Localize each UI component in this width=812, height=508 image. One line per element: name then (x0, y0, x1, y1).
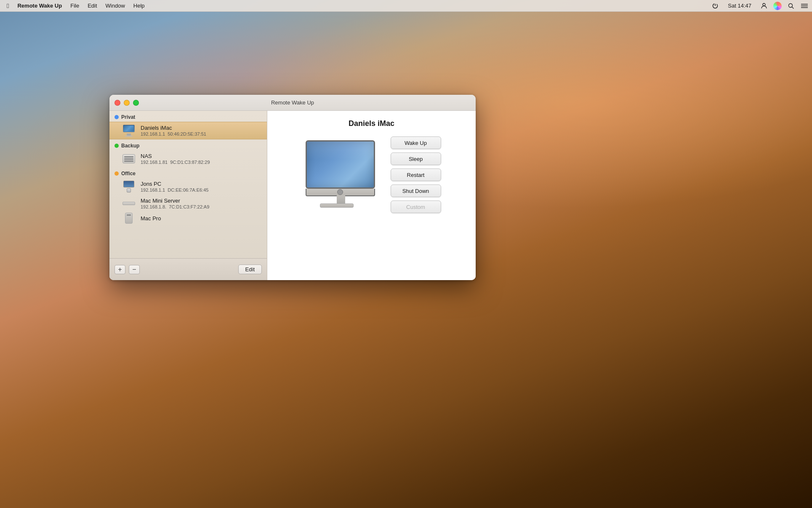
detail-device-name: Daniels iMac (349, 119, 394, 128)
daniels-imac-info: Daniels iMac 192.168.1.1 50:46:2D:5E:37:… (141, 125, 262, 136)
mac-pro-name: Mac Pro (141, 215, 262, 222)
office-dot (114, 171, 119, 176)
custom-button[interactable]: Custom (391, 201, 441, 213)
daniels-imac-name: Daniels iMac (141, 125, 262, 131)
close-button[interactable] (114, 100, 120, 106)
group-backup-label: Backup (121, 143, 139, 149)
privat-dot (114, 115, 119, 119)
nas-meta: 192.168.1.81 9C:D1:C3:87:82:29 (141, 160, 262, 165)
edit-button[interactable]: Edit (238, 265, 262, 274)
jons-pc-info: Jons PC 192.168.1.1 DC:EE:06:7A:E6:45 (141, 181, 262, 193)
shut-down-button[interactable]: Shut Down (391, 184, 441, 197)
imac-neck (337, 195, 345, 204)
sidebar-item-nas[interactable]: NAS 192.168.1.81 9C:D1:C3:87:82:29 (109, 150, 267, 167)
minimize-button[interactable] (124, 100, 130, 106)
window-menu[interactable]: Window (102, 2, 128, 10)
window-content: Privat Daniels iMac 192.168.1 (109, 111, 476, 280)
mac-mini-meta: 192.168.1.8. 7C:D1:C3:F7:22:A9 (141, 204, 262, 209)
detail-main: Wake Up Sleep Restart Shut Down Custom (280, 136, 463, 213)
group-office-label: Office (121, 171, 136, 176)
add-button[interactable]: + (114, 265, 125, 274)
apple-menu[interactable]:  (3, 1, 12, 10)
svg-line-4 (792, 7, 794, 8)
imac-illustration (302, 140, 378, 210)
siri-icon[interactable] (773, 2, 782, 10)
help-menu[interactable]: Help (130, 2, 148, 10)
search-icon[interactable] (787, 2, 795, 10)
mac-mini-name: Mac Mini Server (141, 198, 262, 204)
sleep-button[interactable]: Sleep (391, 152, 441, 165)
jons-pc-meta: 192.168.1.1 DC:EE:06:7A:E6:45 (141, 187, 262, 193)
window-controls (114, 100, 139, 106)
group-backup: Backup (109, 139, 267, 150)
mac-pro-info: Mac Pro (141, 215, 262, 222)
control-center-icon[interactable] (800, 2, 809, 10)
svg-point-2 (763, 3, 765, 6)
nas-name: NAS (141, 153, 262, 159)
detail-panel: Daniels iMac Wake Up Sleep Restart Shut … (267, 111, 476, 280)
imac-foot (320, 203, 354, 208)
group-privat-label: Privat (121, 114, 135, 120)
app-name-menu[interactable]: Remote Wake Up (14, 2, 65, 10)
sidebar-item-mac-mini[interactable]: Mac Mini Server 192.168.1.8. 7C:D1:C3:F7… (109, 195, 267, 212)
action-buttons: Wake Up Sleep Restart Shut Down Custom (391, 136, 441, 213)
pc-icon (121, 181, 136, 193)
maximize-button[interactable] (133, 100, 139, 106)
mac-pro-icon (121, 212, 136, 224)
window-title: Remote Wake Up (271, 99, 314, 106)
titlebar: Remote Wake Up (109, 95, 476, 111)
backup-dot (114, 144, 119, 148)
nas-icon (121, 153, 136, 165)
clock: Sat 14:47 (724, 2, 755, 10)
group-privat: Privat (109, 111, 267, 122)
mac-mini-info: Mac Mini Server 192.168.1.8. 7C:D1:C3:F7… (141, 198, 262, 209)
wake-up-button[interactable]: Wake Up (391, 136, 441, 149)
daniels-imac-meta: 192.168.1.1 50:46:2D:5E:37:51 (141, 131, 262, 136)
sidebar-list: Privat Daniels iMac 192.168.1 (109, 111, 267, 258)
power-icon[interactable] (711, 2, 719, 10)
sidebar-item-jons-pc[interactable]: Jons PC 192.168.1.1 DC:EE:06:7A:E6:45 (109, 178, 267, 195)
sidebar-bottom: + − Edit (109, 258, 267, 280)
restart-button[interactable]: Restart (391, 168, 441, 181)
mac-mini-icon (121, 198, 136, 209)
group-office: Office (109, 167, 267, 178)
jons-pc-name: Jons PC (141, 181, 262, 187)
nas-info: NAS 192.168.1.81 9C:D1:C3:87:82:29 (141, 153, 262, 165)
imac-display (306, 140, 375, 189)
user-icon[interactable] (760, 2, 768, 10)
app-window: Remote Wake Up Privat (109, 95, 476, 280)
edit-menu[interactable]: Edit (84, 2, 100, 10)
file-menu[interactable]: File (67, 2, 83, 10)
sidebar-item-daniels-imac[interactable]: Daniels iMac 192.168.1.1 50:46:2D:5E:37:… (109, 122, 267, 139)
sidebar-item-mac-pro[interactable]: Mac Pro (109, 212, 267, 225)
menubar:  Remote Wake Up File Edit Window Help S… (0, 0, 812, 12)
remove-button[interactable]: − (129, 265, 140, 274)
sidebar: Privat Daniels iMac 192.168.1 (109, 111, 267, 280)
imac-icon (121, 125, 136, 136)
